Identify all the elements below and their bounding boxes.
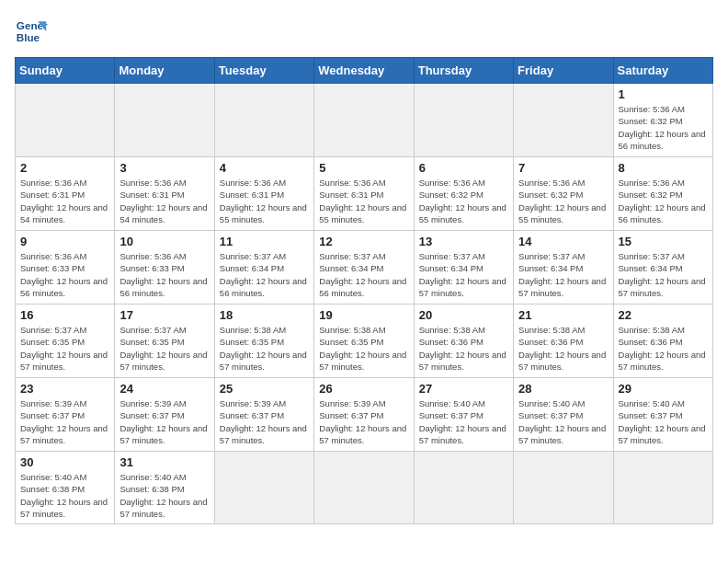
day-number: 16 [20, 308, 109, 322]
calendar-header-row: SundayMondayTuesdayWednesdayThursdayFrid… [16, 58, 713, 84]
day-info: Sunrise: 5:36 AMSunset: 6:33 PMDaylight:… [20, 251, 108, 298]
calendar-cell: 29 Sunrise: 5:40 AMSunset: 6:37 PMDaylig… [613, 378, 712, 452]
calendar-cell [115, 84, 214, 157]
day-number: 17 [119, 308, 209, 322]
calendar-cell: 2 Sunrise: 5:36 AMSunset: 6:31 PMDayligh… [16, 157, 115, 231]
day-number: 13 [419, 235, 508, 248]
day-number: 11 [220, 235, 309, 248]
day-number: 23 [20, 382, 109, 396]
calendar-cell [514, 84, 613, 157]
day-number: 26 [319, 382, 408, 396]
calendar-cell: 13 Sunrise: 5:37 AMSunset: 6:34 PMDaylig… [414, 231, 513, 304]
day-info: Sunrise: 5:36 AMSunset: 6:32 PMDaylight:… [518, 178, 606, 224]
header-tuesday: Tuesday [214, 58, 313, 84]
calendar-cell: 14 Sunrise: 5:37 AMSunset: 6:34 PMDaylig… [514, 231, 613, 304]
calendar-cell: 31 Sunrise: 5:40 AMSunset: 6:38 PMDaylig… [115, 452, 214, 524]
day-info: Sunrise: 5:36 AMSunset: 6:31 PMDaylight:… [20, 178, 108, 224]
calendar-cell: 21 Sunrise: 5:38 AMSunset: 6:36 PMDaylig… [514, 304, 613, 378]
header-sunday: Sunday [16, 58, 115, 84]
calendar-cell: 3 Sunrise: 5:36 AMSunset: 6:31 PMDayligh… [115, 157, 214, 231]
day-number: 19 [319, 308, 408, 322]
day-number: 31 [119, 455, 209, 469]
day-info: Sunrise: 5:39 AMSunset: 6:37 PMDaylight:… [119, 398, 207, 445]
day-number: 2 [20, 161, 109, 175]
calendar-cell: 30 Sunrise: 5:40 AMSunset: 6:38 PMDaylig… [16, 452, 115, 524]
calendar-week-2: 9 Sunrise: 5:36 AMSunset: 6:33 PMDayligh… [16, 231, 713, 304]
calendar-cell: 22 Sunrise: 5:38 AMSunset: 6:36 PMDaylig… [613, 304, 712, 378]
header: General Blue [15, 15, 713, 48]
calendar-cell [214, 84, 313, 157]
day-number: 12 [319, 235, 408, 248]
day-info: Sunrise: 5:39 AMSunset: 6:37 PMDaylight:… [319, 398, 406, 445]
calendar-cell: 9 Sunrise: 5:36 AMSunset: 6:33 PMDayligh… [16, 231, 115, 304]
header-friday: Friday [514, 58, 613, 84]
logo-icon: General Blue [15, 15, 48, 48]
calendar-cell: 28 Sunrise: 5:40 AMSunset: 6:37 PMDaylig… [514, 378, 613, 452]
calendar-cell: 8 Sunrise: 5:36 AMSunset: 6:32 PMDayligh… [613, 157, 712, 231]
day-info: Sunrise: 5:36 AMSunset: 6:32 PMDaylight:… [619, 104, 706, 151]
day-info: Sunrise: 5:38 AMSunset: 6:36 PMDaylight:… [619, 325, 706, 372]
calendar-cell: 20 Sunrise: 5:38 AMSunset: 6:36 PMDaylig… [414, 304, 513, 378]
day-number: 10 [119, 235, 209, 248]
day-info: Sunrise: 5:40 AMSunset: 6:37 PMDaylight:… [619, 398, 706, 445]
day-info: Sunrise: 5:37 AMSunset: 6:34 PMDaylight:… [619, 251, 706, 298]
calendar-week-5: 30 Sunrise: 5:40 AMSunset: 6:38 PMDaylig… [16, 452, 713, 524]
header-wednesday: Wednesday [314, 58, 414, 84]
day-info: Sunrise: 5:39 AMSunset: 6:37 PMDaylight:… [20, 398, 108, 445]
calendar-cell: 25 Sunrise: 5:39 AMSunset: 6:37 PMDaylig… [214, 378, 313, 452]
day-info: Sunrise: 5:36 AMSunset: 6:31 PMDaylight:… [119, 178, 207, 224]
calendar-cell: 24 Sunrise: 5:39 AMSunset: 6:37 PMDaylig… [115, 378, 214, 452]
header-saturday: Saturday [613, 58, 712, 84]
day-info: Sunrise: 5:38 AMSunset: 6:36 PMDaylight:… [518, 325, 606, 372]
day-info: Sunrise: 5:37 AMSunset: 6:34 PMDaylight:… [220, 251, 307, 298]
day-number: 29 [619, 382, 708, 396]
day-info: Sunrise: 5:37 AMSunset: 6:34 PMDaylight:… [319, 251, 406, 298]
logo: General Blue [15, 15, 48, 48]
calendar-week-1: 2 Sunrise: 5:36 AMSunset: 6:31 PMDayligh… [16, 157, 713, 231]
day-info: Sunrise: 5:36 AMSunset: 6:32 PMDaylight:… [419, 178, 506, 224]
day-number: 21 [518, 308, 608, 322]
header-thursday: Thursday [414, 58, 513, 84]
day-info: Sunrise: 5:40 AMSunset: 6:38 PMDaylight:… [119, 472, 207, 519]
day-number: 8 [619, 161, 708, 175]
calendar-week-0: 1 Sunrise: 5:36 AMSunset: 6:32 PMDayligh… [16, 84, 713, 157]
day-info: Sunrise: 5:38 AMSunset: 6:35 PMDaylight:… [319, 325, 406, 372]
day-number: 30 [20, 455, 109, 469]
calendar-cell: 19 Sunrise: 5:38 AMSunset: 6:35 PMDaylig… [314, 304, 414, 378]
calendar-cell: 5 Sunrise: 5:36 AMSunset: 6:31 PMDayligh… [314, 157, 414, 231]
calendar-cell: 10 Sunrise: 5:36 AMSunset: 6:33 PMDaylig… [115, 231, 214, 304]
day-number: 27 [419, 382, 508, 396]
day-info: Sunrise: 5:37 AMSunset: 6:35 PMDaylight:… [119, 325, 207, 372]
day-info: Sunrise: 5:38 AMSunset: 6:36 PMDaylight:… [419, 325, 506, 372]
day-number: 6 [419, 161, 508, 175]
calendar-cell: 6 Sunrise: 5:36 AMSunset: 6:32 PMDayligh… [414, 157, 513, 231]
day-info: Sunrise: 5:37 AMSunset: 6:34 PMDaylight:… [419, 251, 506, 298]
calendar-cell: 16 Sunrise: 5:37 AMSunset: 6:35 PMDaylig… [16, 304, 115, 378]
day-info: Sunrise: 5:37 AMSunset: 6:35 PMDaylight:… [20, 325, 108, 372]
day-info: Sunrise: 5:40 AMSunset: 6:37 PMDaylight:… [518, 398, 606, 445]
calendar-cell [514, 452, 613, 524]
calendar-cell: 4 Sunrise: 5:36 AMSunset: 6:31 PMDayligh… [214, 157, 313, 231]
day-number: 14 [518, 235, 608, 248]
day-number: 28 [518, 382, 608, 396]
day-info: Sunrise: 5:40 AMSunset: 6:38 PMDaylight:… [20, 472, 108, 519]
calendar-cell: 27 Sunrise: 5:40 AMSunset: 6:37 PMDaylig… [414, 378, 513, 452]
day-info: Sunrise: 5:40 AMSunset: 6:37 PMDaylight:… [419, 398, 506, 445]
day-number: 15 [619, 235, 708, 248]
calendar-week-4: 23 Sunrise: 5:39 AMSunset: 6:37 PMDaylig… [16, 378, 713, 452]
day-number: 20 [419, 308, 508, 322]
day-info: Sunrise: 5:36 AMSunset: 6:32 PMDaylight:… [619, 178, 706, 224]
day-number: 5 [319, 161, 408, 175]
day-info: Sunrise: 5:36 AMSunset: 6:31 PMDaylight:… [220, 178, 307, 224]
day-number: 25 [220, 382, 309, 396]
calendar-cell [16, 84, 115, 157]
calendar-cell: 11 Sunrise: 5:37 AMSunset: 6:34 PMDaylig… [214, 231, 313, 304]
calendar-cell: 12 Sunrise: 5:37 AMSunset: 6:34 PMDaylig… [314, 231, 414, 304]
calendar-cell [414, 84, 513, 157]
svg-text:Blue: Blue [17, 31, 40, 43]
day-number: 9 [20, 235, 109, 248]
calendar-cell [214, 452, 313, 524]
day-number: 7 [518, 161, 608, 175]
calendar-cell [314, 452, 414, 524]
day-number: 1 [619, 87, 708, 101]
